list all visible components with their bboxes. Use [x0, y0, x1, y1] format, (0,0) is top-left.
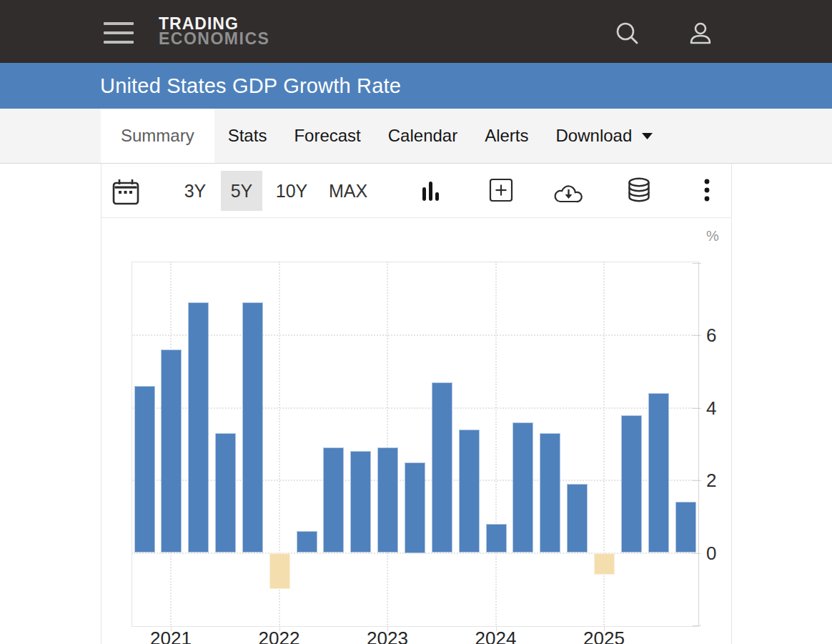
- bar-2023-q1[interactable]: [377, 447, 398, 553]
- bar-2021-q4[interactable]: [242, 302, 263, 553]
- bar-2021-q3[interactable]: [215, 433, 236, 553]
- bar-2024-q4[interactable]: [567, 484, 588, 553]
- y-axis-tick: [693, 335, 701, 336]
- x-axis-label: 2022: [233, 628, 326, 644]
- y-axis-tick: [693, 625, 701, 626]
- y-axis-label: 6: [706, 324, 746, 347]
- y-axis-tick: [693, 480, 701, 481]
- logo[interactable]: TRADING ECONOMICS: [159, 16, 269, 46]
- bar-chart-icon[interactable]: [420, 179, 442, 203]
- tab-label: Alerts: [485, 109, 528, 163]
- y-axis-label: 2: [706, 469, 746, 492]
- bar-2025-q4[interactable]: [675, 502, 696, 553]
- bar-2022-q3[interactable]: [323, 447, 344, 553]
- tab-label: Calendar: [388, 109, 457, 163]
- chart-toolbar: 3Y5Y10YMAX: [101, 164, 731, 218]
- bar-2025-q3[interactable]: [648, 393, 669, 553]
- tab-calendar[interactable]: Calendar: [375, 109, 471, 163]
- y-axis-tick: [693, 263, 701, 264]
- bar-2021-q1[interactable]: [161, 350, 182, 553]
- logo-line2: ECONOMICS: [159, 31, 269, 46]
- y-axis-label: 0: [706, 542, 746, 565]
- y-axis-tick: [693, 408, 701, 409]
- tab-label: Summary: [121, 109, 194, 163]
- range-5y-button[interactable]: 5Y: [221, 171, 262, 211]
- y-axis-tick: [693, 553, 701, 554]
- bar-2025-q1[interactable]: [594, 553, 615, 575]
- bar-2020-q4[interactable]: [134, 386, 155, 553]
- y-axis-line: [698, 262, 699, 625]
- user-icon[interactable]: [686, 20, 715, 49]
- tab-stats[interactable]: Stats: [214, 109, 281, 163]
- bar-2021-q2[interactable]: [188, 302, 209, 553]
- y-axis-unit-label: %: [706, 228, 719, 244]
- search-icon[interactable]: [613, 20, 642, 49]
- x-axis-label: 2021: [124, 628, 217, 644]
- tab-download[interactable]: Download: [543, 109, 668, 163]
- bar-2023-q3[interactable]: [432, 382, 452, 553]
- bar-2022-q2[interactable]: [297, 531, 317, 553]
- tab-label: Forecast: [294, 109, 360, 163]
- cloud-download-icon[interactable]: [552, 181, 586, 204]
- x-axis-label: 2025: [558, 628, 650, 644]
- caret-down-icon: [641, 132, 653, 140]
- x-axis-label: 2024: [450, 628, 543, 644]
- bar-2022-q4[interactable]: [350, 451, 371, 553]
- tab-summary[interactable]: Summary: [101, 109, 214, 163]
- range-max-button[interactable]: MAX: [321, 171, 375, 211]
- bar-2023-q4[interactable]: [459, 430, 480, 553]
- bar-2022-q1[interactable]: [269, 553, 290, 590]
- bar-2024-q2[interactable]: [512, 422, 533, 553]
- chart-panel: 3Y5Y10YMAX: [101, 164, 732, 644]
- bar-2024-q3[interactable]: [540, 433, 560, 553]
- bar-2024-q1[interactable]: [486, 524, 507, 553]
- tab-alerts[interactable]: Alerts: [471, 109, 542, 163]
- bar-2025-q2[interactable]: [621, 415, 642, 553]
- tab-label: Stats: [228, 109, 267, 163]
- page-title: United States GDP Growth Rate: [0, 63, 832, 109]
- tab-forecast[interactable]: Forecast: [280, 109, 374, 163]
- x-axis-label: 2023: [341, 628, 434, 644]
- hamburger-icon[interactable]: [104, 22, 134, 44]
- kebab-menu-icon[interactable]: [703, 178, 711, 204]
- gdp-growth-chart: 6420%20212022202320242025: [101, 218, 731, 644]
- tab-bar: SummaryStatsForecastCalendarAlertsDownlo…: [0, 109, 832, 164]
- calendar-icon[interactable]: [112, 177, 140, 207]
- range-10y-button[interactable]: 10Y: [267, 171, 316, 211]
- top-bar: TRADING ECONOMICS: [0, 0, 832, 63]
- y-axis-label: 4: [706, 397, 746, 420]
- database-icon[interactable]: [626, 177, 652, 205]
- tab-label: Download: [556, 109, 633, 163]
- add-square-icon[interactable]: [487, 177, 515, 204]
- bar-2023-q2[interactable]: [405, 462, 425, 553]
- title-bar: United States GDP Growth Rate: [0, 63, 832, 109]
- range-3y-button[interactable]: 3Y: [174, 171, 216, 211]
